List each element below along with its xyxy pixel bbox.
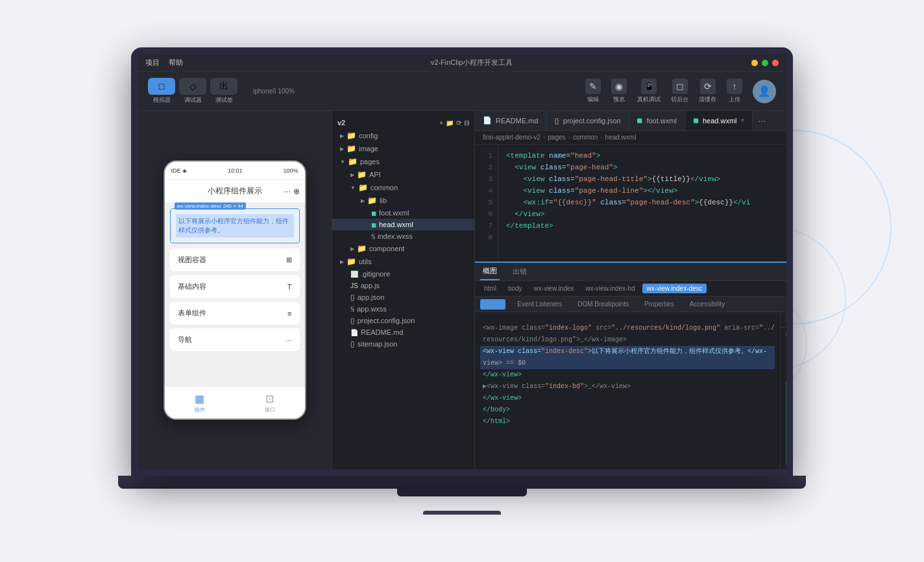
tree-item-pages[interactable]: ▼ 📁 pages	[332, 155, 474, 168]
dom-line-2[interactable]: <wx-view class="index-desc">以下将展示小程序官方组件…	[480, 346, 775, 358]
nav-item-api[interactable]: ⊡ 接口	[235, 387, 305, 419]
maximize-button[interactable]	[762, 60, 768, 66]
debugger-label: 调试器	[184, 96, 202, 104]
code-content[interactable]: <template name="head"> <view class="page…	[498, 145, 786, 262]
style-tab-styles[interactable]: Styles	[480, 299, 505, 310]
file-icon-sitemap: {}	[350, 341, 355, 348]
phone-list-icon-2: ≡	[287, 310, 291, 317]
tab-head-close[interactable]: ×	[740, 117, 744, 124]
toolbar-btn-simulator[interactable]: □ 模拟器	[148, 78, 175, 104]
phone-list-icon-3: ···	[286, 336, 291, 344]
tree-item-common[interactable]: ▼ 📁 common	[332, 181, 474, 194]
tree-new-file-btn[interactable]: +	[439, 119, 443, 127]
tab-project-label: project.config.json	[563, 117, 621, 125]
elem-tab-wx-view-index[interactable]: wx-view.index	[530, 284, 578, 293]
tree-item-image[interactable]: ▶ 📁 image	[332, 142, 474, 155]
tab-foot-wxml[interactable]: ◼ foot.wxml	[629, 111, 685, 130]
tree-item-config[interactable]: ▶ 📁 config	[332, 129, 474, 142]
elem-tab-wx-view-index-hd[interactable]: wx-view.index-hd	[581, 284, 638, 293]
tree-item-index-wxss[interactable]: 𝕊 index.wxss	[332, 230, 474, 242]
tree-item-project-config[interactable]: {} project.config.json	[332, 315, 474, 326]
folder-config-icon: 📁	[346, 131, 356, 140]
action-clear-cache[interactable]: ⟳ 清缓存	[699, 79, 716, 104]
tree-label-api: API	[369, 171, 381, 178]
background-icon: ◻	[672, 79, 688, 94]
folder-lib-icon: 📁	[367, 196, 377, 205]
tab-more-button[interactable]: ···	[753, 116, 771, 126]
code-editor[interactable]: 1 2 3 4 5 6 7 8 <template name="head"> <…	[475, 145, 786, 262]
tab-project-config[interactable]: {} project.config.json	[546, 111, 629, 130]
nav-item-component[interactable]: ▦ 组件	[165, 387, 235, 419]
tree-new-folder-btn[interactable]: 📁	[446, 119, 454, 127]
folder-common-icon: 📁	[358, 183, 368, 192]
phone-list-item-0[interactable]: 视图容器 ⊞	[170, 249, 300, 271]
dom-tree[interactable]: <wx-image class="index-logo" src="../res…	[475, 312, 780, 469]
phone-list-item-3[interactable]: 导航 ···	[170, 328, 300, 351]
bottom-tab-overview[interactable]: 概图	[480, 263, 500, 280]
tree-item-readme[interactable]: 📄 README.md	[332, 326, 474, 338]
close-button[interactable]	[772, 60, 779, 66]
style-tab-dom-bp[interactable]: DOM Breakpoints	[574, 299, 633, 309]
tree-item-head-wxml[interactable]: ◼ head.wxml	[332, 219, 474, 230]
code-line-5: <wx:if="{{desc}}" class="page-head-desc"…	[506, 197, 779, 208]
tree-item-gitignore[interactable]: ⬜ .gitignore	[332, 268, 474, 280]
menu-item-project[interactable]: 项目	[145, 58, 160, 67]
action-background[interactable]: ◻ 切后台	[671, 79, 688, 104]
bottom-panel-tabs: 概图 出错	[475, 263, 786, 281]
tree-refresh-btn[interactable]: ⟳	[456, 119, 461, 127]
tree-label-app-wxss: app.wxss	[357, 305, 387, 313]
phone-list-label-0: 视图容器	[178, 255, 206, 265]
code-line-2: <view class="page-head">	[506, 162, 779, 173]
tree-item-foot-wxml[interactable]: ◼ foot.wxml	[332, 207, 474, 219]
toolbar-btn-test[interactable]: 出 测试签	[210, 78, 237, 104]
elem-tab-body[interactable]: body	[504, 284, 526, 293]
phone-list-item-2[interactable]: 表单组件 ≡	[170, 302, 300, 324]
toolbar-btn-debugger[interactable]: ◇ 调试器	[179, 78, 206, 104]
phone-status-bar: IDE ◈ 10:01 100%	[165, 162, 305, 180]
breadcrumb-common: common	[573, 134, 598, 141]
tab-head-wxml[interactable]: ◼ head.wxml ×	[685, 111, 753, 130]
tree-label-pages: pages	[360, 158, 380, 165]
style-tab-a11y[interactable]: Accessibility	[686, 299, 729, 309]
styles-filter-input[interactable]	[786, 315, 786, 324]
phone-list-item-1[interactable]: 基础内容 T	[170, 275, 300, 298]
tree-collapse-btn[interactable]: ⊟	[464, 119, 469, 127]
action-upload[interactable]: ↑ 上传	[727, 79, 742, 104]
tree-item-api[interactable]: ▶ 📁 API	[332, 168, 474, 181]
action-device-debug[interactable]: 📱 真机调试	[637, 79, 661, 104]
tree-item-sitemap[interactable]: {} sitemap.json	[332, 338, 474, 350]
style-tab-events[interactable]: Event Listeners	[513, 299, 566, 309]
box-model-margin: margin 10 border - padding	[786, 382, 786, 464]
minimize-button[interactable]	[751, 60, 758, 66]
user-avatar[interactable]: 👤	[753, 80, 776, 103]
breadcrumb-sep-3: ›	[600, 134, 602, 141]
styles-filter-row: :hov .cls +	[781, 312, 786, 328]
tab-readme[interactable]: 📄 README.md	[475, 111, 546, 130]
tree-item-utils[interactable]: ▶ 📁 utils	[332, 255, 474, 268]
test-icon: 出	[210, 78, 237, 95]
nav-component-icon: ▦	[195, 393, 204, 405]
dom-line-3: view> == $0	[480, 358, 775, 369]
tree-label-gitignore: .gitignore	[361, 270, 390, 278]
ide-title: v2-FinClip小程序开发工具	[192, 58, 751, 67]
tree-item-component[interactable]: ▶ 📁 component	[332, 242, 474, 255]
code-line-6: </view>	[506, 208, 779, 220]
tree-item-app-js[interactable]: JS app.js	[332, 280, 474, 291]
elem-tab-html[interactable]: html	[480, 284, 500, 293]
elem-tab-wx-view-index-desc[interactable]: wx-view.index-desc	[642, 284, 706, 293]
style-tab-props[interactable]: Properties	[640, 299, 678, 309]
menu-item-help[interactable]: 帮助	[169, 58, 183, 67]
window-controls	[751, 60, 779, 66]
action-preview[interactable]: ◉ 预览	[611, 79, 627, 104]
tree-item-app-wxss[interactable]: 𝕊 app.wxss	[332, 303, 474, 315]
tree-label-image: image	[359, 145, 378, 153]
tree-item-lib[interactable]: ▶ 📁 lib	[332, 194, 474, 207]
breadcrumb-pages: pages	[548, 134, 565, 141]
file-icon-foot-wxml: ◼	[371, 210, 376, 217]
box-model-container: margin 10 border - padding	[781, 376, 786, 469]
menu-bar: 项目 帮助 v2-FinClip小程序开发工具	[138, 54, 786, 72]
bottom-panel: 概图 出错 html body wx-view.index wx-view.in…	[475, 262, 786, 469]
tree-item-app-json[interactable]: {} app.json	[332, 291, 474, 303]
bottom-tab-errors[interactable]: 出错	[510, 263, 529, 280]
action-edit[interactable]: ✎ 编辑	[585, 79, 601, 104]
